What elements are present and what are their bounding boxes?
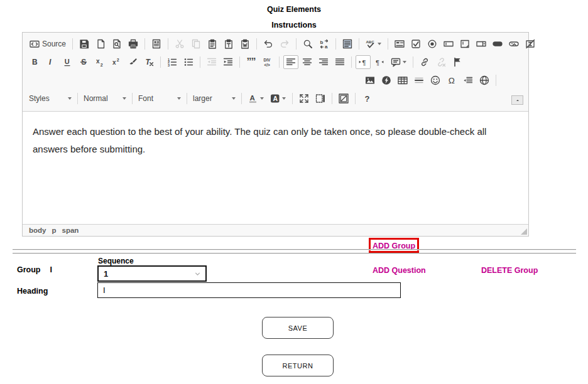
align-center-button[interactable] bbox=[300, 55, 315, 69]
language-button[interactable] bbox=[388, 55, 409, 69]
toolbar-separator bbox=[256, 38, 257, 50]
bidi-rtl-button[interactable]: ¶ bbox=[372, 55, 387, 69]
special-char-button[interactable]: Ω bbox=[444, 73, 459, 87]
page-break-button[interactable] bbox=[460, 73, 476, 87]
paste-text-icon bbox=[224, 39, 234, 49]
toolbar-separator bbox=[239, 56, 240, 68]
redo-icon bbox=[280, 39, 290, 49]
source-button[interactable]: Source bbox=[27, 37, 68, 51]
show-blocks-button[interactable] bbox=[313, 92, 328, 105]
link-button[interactable] bbox=[417, 55, 432, 69]
checkbox-button[interactable] bbox=[408, 37, 423, 51]
new-page-button[interactable] bbox=[93, 37, 108, 51]
text-color-button[interactable]: A bbox=[246, 92, 266, 105]
blockquote-button[interactable]: ”” bbox=[244, 55, 259, 69]
svg-text:A: A bbox=[273, 94, 278, 102]
italic-button[interactable]: I bbox=[43, 55, 58, 69]
select-all-button[interactable] bbox=[340, 37, 355, 51]
toolbar-collapse-button[interactable] bbox=[511, 95, 523, 105]
print-button[interactable] bbox=[126, 37, 141, 51]
bulleted-list-button[interactable] bbox=[181, 55, 196, 69]
path-item-body[interactable]: body bbox=[29, 227, 46, 234]
maximize-button[interactable] bbox=[297, 92, 312, 105]
subscript-button[interactable]: x2 bbox=[92, 55, 107, 69]
save-button[interactable]: SAVE bbox=[262, 317, 334, 339]
cut-icon bbox=[175, 39, 185, 49]
div-container-icon: DIV</> bbox=[263, 57, 273, 67]
remove-format-button[interactable]: T bbox=[141, 55, 156, 69]
textarea-button[interactable] bbox=[457, 37, 472, 51]
add-question-link[interactable]: ADD Question bbox=[373, 266, 426, 275]
underline-button[interactable]: U bbox=[60, 55, 75, 69]
horizontal-rule-button[interactable] bbox=[411, 73, 427, 87]
remove-format-icon: T bbox=[144, 57, 154, 67]
format-dropdown[interactable]: Normal bbox=[81, 93, 129, 104]
indent-button[interactable] bbox=[220, 55, 236, 69]
undo-button[interactable] bbox=[261, 37, 276, 51]
preview-button[interactable] bbox=[109, 37, 124, 51]
text-field-button[interactable] bbox=[441, 37, 456, 51]
bg-color-button[interactable]: A bbox=[268, 92, 288, 105]
textarea-icon bbox=[460, 39, 470, 49]
strike-button[interactable]: S bbox=[76, 55, 91, 69]
align-left-button[interactable] bbox=[283, 55, 298, 69]
align-right-button[interactable] bbox=[316, 55, 331, 69]
editor-content[interactable]: Answer each question to the best of your… bbox=[23, 112, 528, 224]
replace-button[interactable]: ba bbox=[317, 37, 332, 51]
image-button-button[interactable] bbox=[506, 37, 521, 51]
chevron-down-icon bbox=[260, 97, 264, 100]
superscript-button[interactable]: x2 bbox=[109, 55, 124, 69]
copy-formatting-button[interactable] bbox=[125, 55, 140, 69]
radio-button[interactable] bbox=[425, 37, 440, 51]
size-dropdown[interactable]: larger bbox=[190, 93, 238, 104]
sequence-select[interactable]: 1 bbox=[97, 265, 207, 282]
svg-text:¶: ¶ bbox=[362, 58, 366, 66]
form-button[interactable] bbox=[392, 37, 407, 51]
bidi-ltr-button[interactable]: ¶ bbox=[356, 55, 371, 69]
toolbar-separator bbox=[292, 93, 293, 104]
delete-group-link[interactable]: DELETE Group bbox=[481, 266, 538, 275]
path-item-p[interactable]: p bbox=[52, 227, 56, 234]
divider-line bbox=[13, 253, 576, 254]
templates-button[interactable] bbox=[149, 37, 164, 51]
copy-icon bbox=[191, 39, 201, 49]
paste-button[interactable] bbox=[205, 37, 220, 51]
flash-button[interactable] bbox=[379, 73, 394, 87]
div-container-button[interactable]: DIV</> bbox=[260, 55, 275, 69]
paste-word-button[interactable] bbox=[237, 37, 253, 51]
image-button[interactable] bbox=[362, 73, 378, 87]
button-button[interactable] bbox=[490, 37, 505, 51]
resize-handle[interactable] bbox=[521, 228, 527, 235]
hidden-field-button[interactable] bbox=[523, 37, 538, 51]
select-field-button[interactable] bbox=[474, 37, 489, 51]
table-icon bbox=[398, 75, 408, 85]
font-dropdown-label: Font bbox=[138, 94, 175, 103]
spell-check-button[interactable]: ABC bbox=[363, 37, 384, 51]
return-button[interactable]: RETURN bbox=[262, 355, 334, 376]
font-dropdown[interactable]: Font bbox=[136, 93, 183, 104]
anchor-button[interactable] bbox=[450, 55, 465, 69]
page-break-icon bbox=[463, 75, 473, 85]
iframe-button[interactable] bbox=[477, 73, 492, 87]
smiley-button[interactable] bbox=[428, 73, 443, 87]
table-button[interactable] bbox=[395, 73, 410, 87]
justify-button[interactable] bbox=[332, 55, 347, 69]
save-button[interactable] bbox=[77, 37, 92, 51]
link-icon bbox=[420, 57, 430, 67]
toolbar-separator bbox=[335, 38, 336, 50]
svg-text:U: U bbox=[65, 58, 70, 65]
templates-icon bbox=[151, 39, 161, 49]
svg-text:I: I bbox=[49, 58, 52, 67]
svg-text:a: a bbox=[325, 44, 328, 49]
path-item-span[interactable]: span bbox=[62, 227, 79, 234]
find-icon bbox=[303, 39, 313, 49]
bold-button[interactable]: B bbox=[27, 55, 42, 69]
heading-input[interactable] bbox=[97, 282, 401, 298]
find-button[interactable] bbox=[300, 37, 315, 51]
about-button[interactable]: ? bbox=[359, 92, 374, 105]
spell-check-icon: ABC bbox=[366, 39, 376, 49]
paste-text-button[interactable] bbox=[221, 37, 236, 51]
numbered-list-button[interactable]: 123 bbox=[165, 55, 180, 69]
styles-dropdown[interactable]: Styles bbox=[26, 93, 74, 104]
image-placeholder-button[interactable] bbox=[336, 92, 351, 105]
